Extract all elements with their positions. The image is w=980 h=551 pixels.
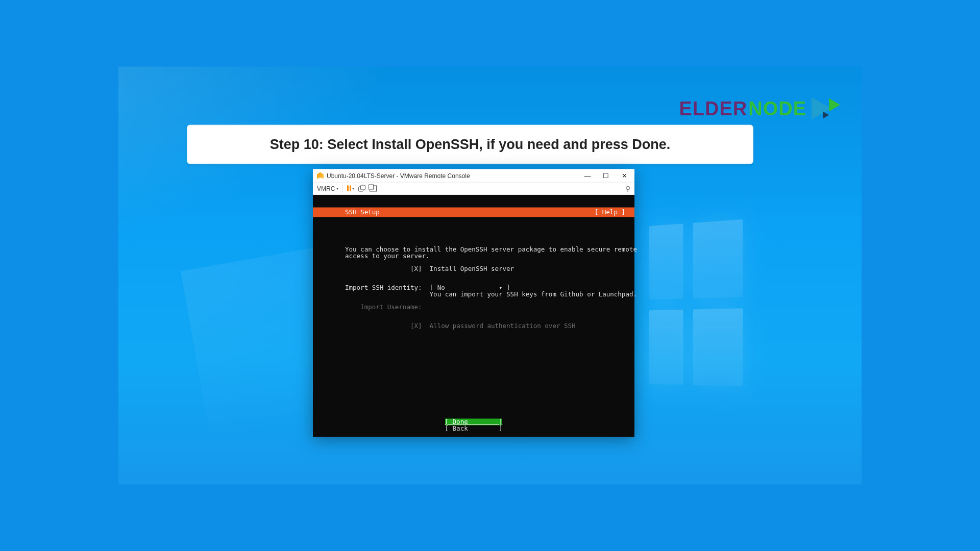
- brand-text-elder: ELDER: [679, 97, 747, 119]
- intro-line-2: access to your server.: [345, 252, 430, 259]
- brand-text-node: NODE: [748, 97, 806, 119]
- install-openssh-label: Install OpenSSH server: [430, 264, 514, 272]
- instruction-banner: Step 10: Select Install OpenSSH, if you …: [187, 125, 753, 164]
- caret-down-icon: ▾: [352, 186, 354, 191]
- vmrc-window: Ubuntu-20.04LTS-Server - VMware Remote C…: [313, 169, 634, 437]
- pin-toolbar-button[interactable]: ⚲: [625, 184, 630, 192]
- vmrc-toolbar: VMRC ▾ ▾ ⚲: [313, 182, 634, 195]
- window-title: Ubuntu-20.04LTS-Server - VMware Remote C…: [327, 172, 470, 179]
- windows-logo-icon: [649, 212, 839, 374]
- maximize-button[interactable]: ☐: [597, 169, 615, 182]
- import-identity-hint: You can import your SSH keys from Github…: [430, 290, 637, 297]
- allow-password-checkbox[interactable]: [X]: [410, 322, 422, 330]
- help-button[interactable]: [ Help ]: [595, 209, 625, 216]
- import-username-label: Import Username:: [360, 303, 422, 310]
- window-titlebar[interactable]: Ubuntu-20.04LTS-Server - VMware Remote C…: [313, 169, 634, 182]
- pause-button[interactable]: ▾: [347, 186, 354, 191]
- fullscreen-button[interactable]: [370, 185, 377, 191]
- installer-console[interactable]: SSH Setup [ Help ] You can choose to ins…: [313, 195, 634, 437]
- vmrc-menu-label: VMRC: [317, 185, 335, 192]
- installer-header: SSH Setup [ Help ]: [313, 208, 634, 217]
- vmrc-menu-button[interactable]: VMRC ▾: [317, 185, 338, 192]
- installer-title: SSH Setup: [345, 209, 380, 216]
- caret-down-icon: ▾: [336, 186, 338, 191]
- allow-password-label: Allow password authentication over SSH: [430, 322, 576, 330]
- pause-icon: [347, 186, 351, 191]
- brand-play-icon: [808, 96, 841, 121]
- instruction-text: Step 10: Select Install OpenSSH, if you …: [270, 137, 671, 153]
- send-ctrl-alt-del-button[interactable]: [358, 185, 365, 191]
- back-button[interactable]: [ Back ]: [445, 425, 503, 432]
- vmrc-app-icon: [317, 172, 324, 179]
- install-openssh-checkbox[interactable]: [X]: [410, 264, 422, 272]
- import-identity-label: Import SSH identity:: [345, 284, 422, 291]
- close-button[interactable]: ✕: [615, 169, 633, 182]
- brand-logo: ELDER NODE: [679, 96, 841, 121]
- minimize-button[interactable]: —: [578, 169, 597, 182]
